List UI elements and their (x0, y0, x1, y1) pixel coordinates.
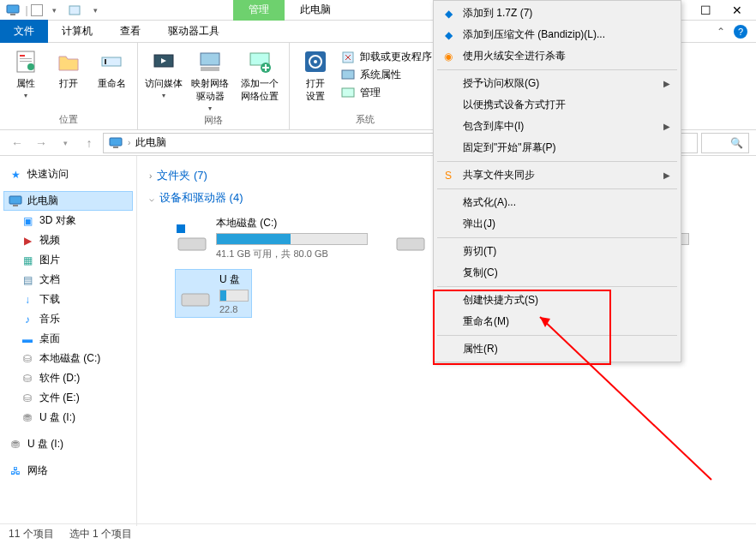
title-tab-manage[interactable]: 管理 (233, 0, 285, 21)
gear-icon (302, 48, 329, 75)
network-drive-icon (196, 48, 224, 75)
menu-rename[interactable]: 重命名(M) (435, 311, 679, 332)
ribbon-tab-view[interactable]: 查看 (106, 20, 154, 43)
sidebar-item-filee[interactable]: ⛁文件 (E:) (3, 388, 133, 408)
drive-c[interactable]: 本地磁盘 (C:) 41.1 GB 可用，共 80.0 GB (175, 216, 368, 260)
sidebar-item-3d[interactable]: ▣3D 对象 (3, 211, 133, 230)
qat-icon[interactable] (3, 2, 22, 19)
sidebar-item-ui[interactable]: ⛃U 盘 (I:) (3, 408, 133, 427)
sidebar-item-network[interactable]: 🖧网络 (3, 461, 133, 481)
qat-checkbox[interactable] (31, 4, 43, 16)
nav-up-icon[interactable]: ↑ (79, 133, 99, 153)
manage-button[interactable]: 管理 (341, 86, 432, 100)
ribbon-group-location: 属性▾ 打开 重命名 位置 (0, 43, 138, 129)
ribbon-group-label-system: 系统 (295, 111, 435, 128)
menu-huorong[interactable]: ◉使用火绒安全进行杀毒 (435, 45, 679, 67)
usb-icon: ⛃ (21, 411, 34, 425)
download-icon: ↓ (21, 293, 34, 307)
title-tab-thispc: 此电脑 (285, 0, 346, 21)
video-icon: ▶ (21, 234, 34, 248)
qat-item[interactable] (65, 2, 84, 19)
ribbon-group-label-network: 网络 (143, 112, 284, 129)
menu-portable[interactable]: 以便携式设备方式打开 (435, 94, 679, 116)
qat-overflow2-icon[interactable]: ▾ (86, 2, 105, 19)
menu-library[interactable]: 包含到库中(I)▶ (435, 116, 679, 137)
status-bar: 11 个项目 选中 1 个项目 (0, 523, 756, 544)
ribbon-collapse-icon[interactable]: ⌃ (717, 26, 725, 38)
sidebar-item-localc[interactable]: ⛁本地磁盘 (C:) (3, 349, 133, 368)
ribbon-tab-computer[interactable]: 计算机 (48, 20, 106, 43)
breadcrumb[interactable]: 此电脑 (135, 135, 166, 150)
menu-pinstart[interactable]: 固定到"开始"屏幕(P) (435, 137, 679, 158)
sidebar-item-videos[interactable]: ▶视频 (3, 230, 133, 250)
svg-rect-28 (397, 238, 424, 250)
menu-separator (437, 286, 677, 287)
open-settings-button[interactable]: 打开 设置 (295, 48, 336, 103)
sidebar-item-thispc[interactable]: 此电脑 (3, 191, 133, 211)
svg-rect-4 (20, 55, 25, 57)
menu-cut[interactable]: 剪切(T) (435, 241, 679, 262)
menu-addto17z[interactable]: ◆添加到 1.7Z (7) (435, 3, 679, 24)
menu-sharesync[interactable]: S共享文件夹同步▶ (435, 164, 679, 186)
sidebar-item-label: 快速访问 (27, 167, 69, 182)
menu-shortcut[interactable]: 创建快捷方式(S) (435, 290, 679, 311)
svg-rect-25 (13, 205, 18, 206)
sysprops-button[interactable]: 系统属性 (341, 68, 432, 82)
menu-eject[interactable]: 弹出(J) (435, 213, 679, 235)
access-media-button[interactable]: 访问媒体▾ (143, 48, 184, 99)
nav-recent-icon[interactable]: ▾ (55, 133, 75, 153)
sidebar-item-ui2[interactable]: ⛃U 盘 (I:) (3, 434, 133, 454)
rename-button[interactable]: 重命名 (91, 48, 132, 90)
sidebar-item-label: 此电脑 (27, 194, 58, 208)
sidebar-item-documents[interactable]: ▤文档 (3, 270, 133, 290)
usb-icon: ⛃ (9, 438, 22, 451)
add-netloc-label: 添加一个 网络位置 (241, 77, 279, 103)
sidebar-item-downloads[interactable]: ↓下载 (3, 290, 133, 309)
bandizip-icon: ◆ (441, 27, 456, 43)
menu-label: 剪切(T) (463, 244, 496, 259)
uninstall-button[interactable]: 卸载或更改程序 (341, 50, 432, 64)
menu-label: 使用火绒安全进行杀毒 (463, 49, 566, 63)
sidebar-item-quick[interactable]: ★快速访问 (3, 164, 133, 184)
qat-overflow-icon[interactable]: ▾ (45, 2, 63, 19)
qat-sep: | (24, 2, 29, 19)
ribbon-tab-drivetools[interactable]: 驱动器工具 (154, 20, 233, 43)
sysprops-icon (341, 69, 355, 82)
map-drive-button[interactable]: 映射网络 驱动器▾ (186, 48, 234, 112)
window-maximize-icon[interactable]: ☐ (700, 3, 711, 17)
sidebar-item-music[interactable]: ♪音乐 (3, 309, 133, 329)
drive-i[interactable]: U 盘 22.8 (175, 269, 252, 318)
menu-label: 固定到"开始"屏幕(P) (463, 140, 556, 155)
desktop-icon: ▬ (21, 332, 34, 346)
media-icon (150, 48, 177, 75)
menu-grantaccess[interactable]: 授予访问权限(G)▶ (435, 73, 679, 94)
sidebar-item-softd[interactable]: ⛁软件 (D:) (3, 368, 133, 388)
thispc-icon (9, 194, 22, 208)
svg-point-18 (314, 60, 317, 63)
sidebar-item-label: 网络 (27, 463, 48, 478)
window-close-icon[interactable]: ✕ (732, 3, 742, 17)
add-netloc-button[interactable]: 添加一个 网络位置 (236, 48, 284, 103)
drive-icon: ⛁ (21, 392, 34, 405)
sysprops-label: 系统属性 (360, 68, 401, 82)
menu-bandizip[interactable]: ◆添加到压缩文件 (Bandizip)(L)... (435, 24, 679, 45)
drive-capacity: 41.1 GB 可用，共 80.0 GB (216, 248, 368, 260)
drive-icon: ⛁ (21, 352, 34, 366)
sidebar-item-pictures[interactable]: ▦图片 (3, 250, 133, 270)
menu-format[interactable]: 格式化(A)... (435, 192, 679, 213)
ribbon-tab-file[interactable]: 文件 (0, 20, 48, 43)
nav-back-icon[interactable]: ← (7, 133, 27, 153)
search-input[interactable]: 🔍 (701, 133, 749, 153)
help-icon[interactable]: ? (734, 25, 747, 39)
context-menu: ◆添加到 1.7Z (7) ◆添加到压缩文件 (Bandizip)(L)... … (433, 0, 681, 362)
menu-copy[interactable]: 复制(C) (435, 262, 679, 284)
menu-properties[interactable]: 属性(R) (435, 338, 679, 360)
nav-forward-icon[interactable]: → (31, 133, 51, 153)
svg-rect-0 (7, 5, 19, 13)
sidebar-item-desktop[interactable]: ▬桌面 (3, 329, 133, 349)
open-button[interactable]: 打开 (48, 48, 89, 90)
properties-button[interactable]: 属性▾ (5, 48, 46, 99)
sidebar-item-label: 桌面 (39, 332, 60, 346)
sidebar-item-label: U 盘 (I:) (39, 410, 75, 425)
chevron-down-icon: ▾ (162, 92, 165, 99)
